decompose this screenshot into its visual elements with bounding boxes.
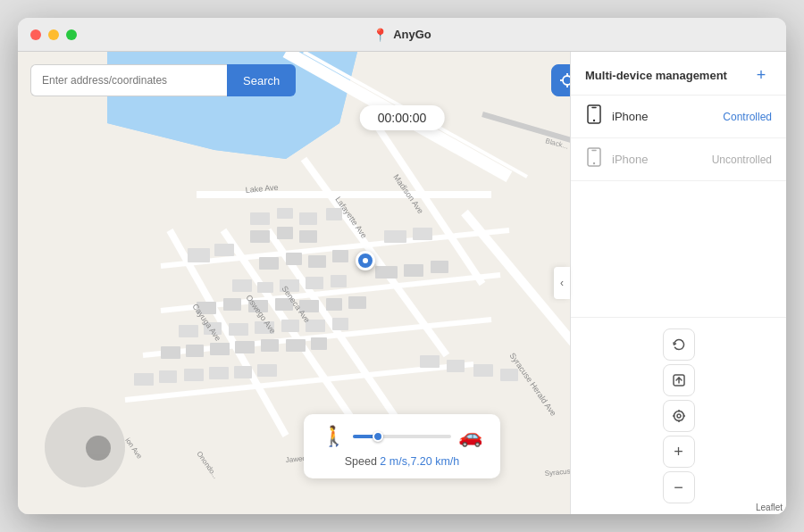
svg-rect-26: [308, 255, 326, 268]
device-item-controlled[interactable]: iPhone Controlled: [571, 96, 786, 138]
tool-export-button[interactable]: [663, 364, 695, 396]
target-icon: [672, 409, 686, 423]
svg-point-105: [677, 414, 681, 418]
svg-point-104: [674, 411, 683, 421]
joystick-outer: [45, 407, 125, 487]
svg-rect-16: [277, 208, 293, 219]
svg-rect-51: [261, 339, 279, 352]
speed-label-prefix: Speed: [345, 455, 381, 468]
device-icon-1: [585, 104, 603, 129]
svg-point-101: [593, 162, 595, 164]
location-marker: [356, 251, 375, 270]
traffic-lights: [30, 29, 77, 40]
zoom-in-icon: +: [674, 444, 683, 460]
svg-rect-55: [159, 370, 177, 383]
app-window: 📍 AnyGo: [18, 18, 786, 514]
minimize-button[interactable]: [48, 29, 59, 40]
location-dot-inner: [363, 258, 368, 263]
svg-text:ion Ave: ion Ave: [123, 436, 144, 461]
svg-rect-25: [286, 253, 302, 265]
side-panel-header: Multi-device management +: [571, 52, 786, 96]
svg-rect-23: [214, 244, 234, 256]
app-title: AnyGo: [393, 28, 431, 41]
walk-icon: 🚶: [322, 425, 346, 448]
maximize-button[interactable]: [66, 29, 77, 40]
svg-rect-59: [257, 364, 277, 377]
close-button[interactable]: [30, 29, 41, 40]
joystick-inner: [86, 436, 111, 461]
svg-rect-58: [234, 366, 252, 378]
svg-rect-32: [331, 275, 347, 287]
svg-rect-38: [326, 298, 342, 311]
speed-icons: 🚶 🚗: [322, 425, 482, 448]
svg-rect-64: [431, 261, 448, 273]
speed-label: Speed 2 m/s,7.20 km/h: [322, 455, 482, 468]
device-name-1: iPhone: [612, 110, 723, 123]
app-title-container: 📍 AnyGo: [373, 28, 431, 42]
svg-rect-34: [223, 298, 241, 311]
svg-line-13: [125, 364, 473, 400]
zoom-out-icon: −: [674, 479, 683, 495]
svg-rect-66: [447, 360, 465, 372]
svg-rect-49: [210, 343, 230, 355]
svg-rect-31: [306, 277, 323, 289]
svg-rect-27: [332, 250, 348, 262]
side-panel: Multi-device management + iPhone Control…: [570, 52, 786, 514]
svg-rect-28: [232, 279, 252, 292]
svg-rect-20: [277, 227, 293, 239]
svg-rect-60: [384, 230, 406, 243]
svg-rect-21: [299, 230, 317, 243]
device-status-1: Controlled: [723, 111, 772, 123]
leaflet-badge: Leaflet: [756, 503, 783, 512]
main-content: Lake Ave Madison Ave Lafayette Ave Senec…: [18, 52, 786, 514]
joystick[interactable]: [45, 407, 125, 487]
speed-value: 2 m/s,7.20 km/h: [380, 455, 459, 468]
refresh-icon: [672, 337, 686, 352]
search-bar: Search: [30, 64, 296, 96]
tool-refresh-button[interactable]: [663, 328, 695, 361]
svg-rect-18: [326, 208, 342, 220]
search-input[interactable]: [30, 64, 227, 96]
side-panel-title: Multi-device management: [585, 69, 727, 82]
leaflet-label: Leaflet: [756, 503, 783, 512]
svg-rect-48: [186, 345, 204, 357]
svg-rect-63: [404, 264, 423, 277]
search-button[interactable]: Search: [227, 64, 296, 96]
device-status-2: Uncontrolled: [712, 154, 772, 166]
svg-rect-54: [134, 373, 154, 386]
svg-rect-42: [229, 323, 248, 336]
speed-slider-thumb: [373, 431, 383, 442]
svg-rect-52: [286, 339, 306, 352]
svg-rect-40: [179, 325, 198, 337]
svg-rect-46: [332, 318, 348, 330]
svg-text:Syracuse Herald Ave: Syracuse Herald Ave: [507, 351, 557, 417]
svg-rect-29: [257, 282, 273, 293]
svg-rect-22: [188, 248, 210, 262]
device-item-uncontrolled[interactable]: iPhone Uncontrolled: [571, 138, 786, 181]
export-icon: [672, 373, 686, 387]
zoom-in-button[interactable]: +: [663, 436, 695, 468]
timer-badge: 00:00:00: [360, 105, 445, 130]
speed-slider[interactable]: [353, 435, 451, 438]
svg-rect-65: [420, 355, 440, 368]
pin-icon: 📍: [373, 28, 388, 42]
add-icon: +: [757, 66, 766, 85]
add-device-button[interactable]: +: [750, 64, 772, 86]
collapse-arrow-icon: ‹: [560, 277, 564, 289]
svg-rect-56: [184, 369, 204, 381]
zoom-out-button[interactable]: −: [663, 471, 695, 503]
svg-point-98: [593, 120, 595, 121]
device-icon-2: [585, 147, 603, 171]
svg-rect-39: [348, 296, 366, 309]
svg-rect-19: [250, 230, 270, 243]
collapse-panel-button[interactable]: ‹: [554, 267, 570, 299]
car-icon: 🚗: [458, 425, 482, 448]
svg-rect-44: [281, 320, 299, 332]
tool-target-button[interactable]: [663, 400, 695, 432]
svg-rect-68: [500, 369, 518, 381]
svg-text:Onondo...: Onondo...: [195, 450, 220, 480]
svg-rect-17: [299, 212, 317, 225]
device-name-2: iPhone: [612, 153, 712, 166]
timer-value: 00:00:00: [378, 111, 427, 125]
svg-rect-47: [161, 346, 180, 359]
